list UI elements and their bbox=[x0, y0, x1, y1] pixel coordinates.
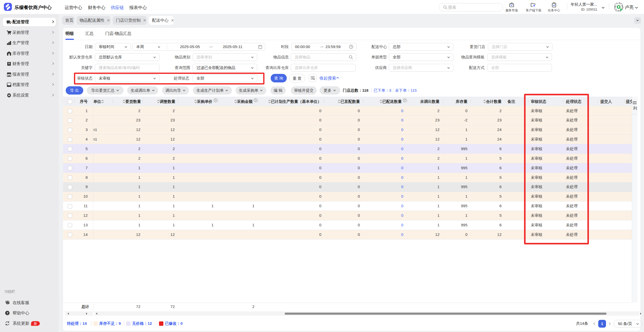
svg-text:?: ? bbox=[6, 312, 8, 315]
